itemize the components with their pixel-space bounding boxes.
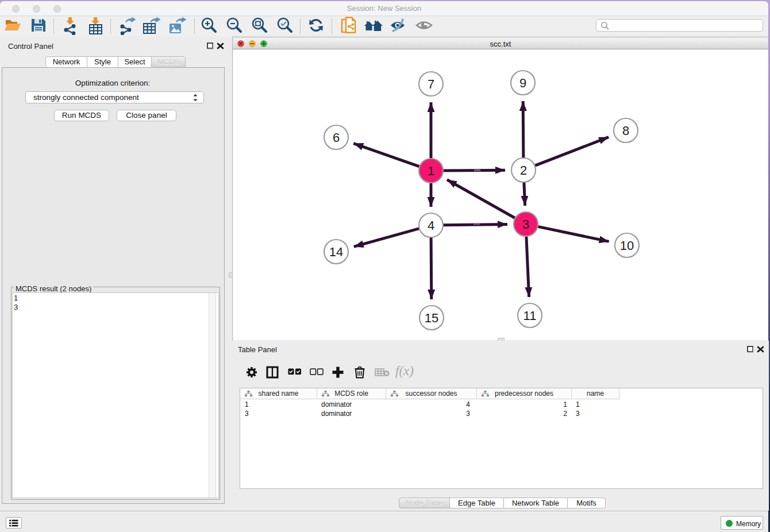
- svg-text:7: 7: [428, 77, 434, 91]
- svg-text:11: 11: [523, 309, 537, 323]
- svg-text:6: 6: [333, 130, 340, 145]
- svg-text:14: 14: [329, 245, 343, 259]
- svg-text:8: 8: [622, 124, 629, 138]
- svg-text:4: 4: [428, 218, 434, 233]
- svg-text:15: 15: [425, 311, 438, 325]
- svg-text:1: 1: [428, 164, 434, 178]
- svg-text:3: 3: [522, 217, 529, 232]
- svg-text:10: 10: [620, 238, 634, 253]
- svg-text:9: 9: [519, 76, 526, 90]
- svg-text:2: 2: [520, 163, 527, 178]
